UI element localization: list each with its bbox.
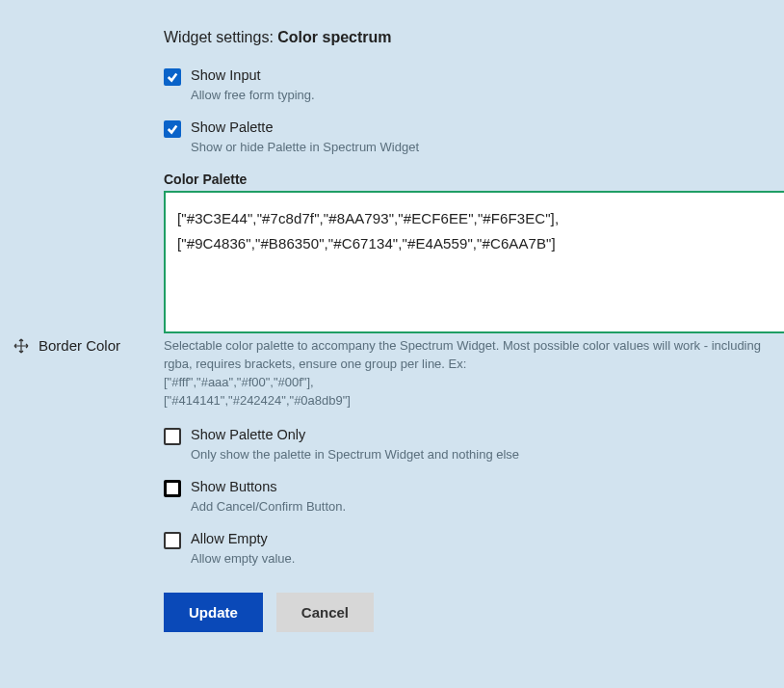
color-palette-textarea[interactable]: ["#3C3E44","#7c8d7f","#8AA793","#ECF6EE"… xyxy=(177,206,772,318)
show-palette-label: Show Palette xyxy=(191,119,419,135)
show-buttons-checkbox[interactable] xyxy=(164,480,181,497)
color-palette-wrap: ["#3C3E44","#7c8d7f","#8AA793","#ECF6EE"… xyxy=(164,191,784,333)
allow-empty-help: Allow empty value. xyxy=(191,551,295,566)
show-buttons-label: Show Buttons xyxy=(191,479,346,494)
color-palette-help: Selectable color palette to accompany th… xyxy=(164,337,784,410)
sidebar-item-border-color[interactable]: Border Color xyxy=(13,337,120,354)
show-palette-checkbox[interactable] xyxy=(164,120,181,138)
show-palette-only-label: Show Palette Only xyxy=(191,427,519,442)
move-icon[interactable] xyxy=(13,338,29,354)
show-palette-only-checkbox[interactable] xyxy=(164,428,181,445)
sidebar-item-label: Border Color xyxy=(39,337,120,354)
show-palette-only-help: Only show the palette in Spectrum Widget… xyxy=(191,447,519,462)
show-palette-help: Show or hide Palette in Spectrum Widget xyxy=(191,140,419,154)
update-button[interactable]: Update xyxy=(164,593,263,632)
show-input-help: Allow free form typing. xyxy=(191,88,315,102)
page-title: Widget settings: Color spectrum xyxy=(164,29,784,46)
show-buttons-help: Add Cancel/Confirm Button. xyxy=(191,499,346,514)
allow-empty-label: Allow Empty xyxy=(191,531,295,546)
allow-empty-checkbox[interactable] xyxy=(164,532,181,549)
color-palette-label: Color Palette xyxy=(164,172,784,187)
show-input-label: Show Input xyxy=(191,67,315,83)
cancel-button[interactable]: Cancel xyxy=(276,593,374,632)
show-input-checkbox[interactable] xyxy=(164,68,181,86)
